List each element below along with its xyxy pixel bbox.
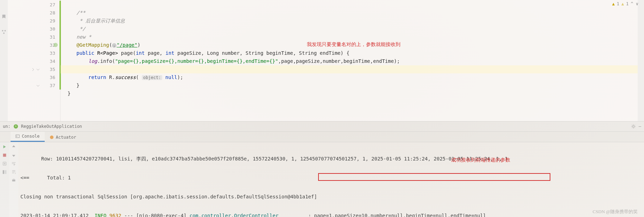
- soft-wrap-icon[interactable]: [11, 161, 16, 166]
- line-number: 28: [41, 9, 60, 17]
- javadoc-text: * 后台显示订单信息: [76, 18, 125, 24]
- warning-icon[interactable]: ▲: [612, 1, 614, 6]
- editor-left-gutter: [0, 0, 8, 121]
- run-config-name[interactable]: ReggieTakeOutApplication: [21, 124, 82, 129]
- svg-rect-8: [3, 154, 6, 157]
- line-number: 31: [41, 33, 60, 41]
- print-icon[interactable]: [11, 178, 16, 183]
- run-label: un:: [3, 124, 11, 129]
- tab-label: Console: [22, 134, 40, 139]
- annotation-note: 我发现只要变量名对的上，参数就能接收到: [307, 41, 400, 48]
- svg-rect-2: [3, 33, 5, 34]
- line-number: 34: [41, 57, 60, 65]
- inspection-bar[interactable]: ▲1 ▲1 ^ ∨: [612, 1, 638, 6]
- success-call: success: [115, 74, 136, 80]
- up-icon[interactable]: [11, 144, 16, 149]
- code-body[interactable]: /** * 后台显示订单信息 */ new * @GetMapping(⌄"/p…: [61, 0, 638, 121]
- console-tabs: Console Actuator: [0, 132, 644, 142]
- new-marker: new *: [76, 34, 91, 40]
- stop-icon[interactable]: [2, 153, 7, 158]
- svg-rect-10: [5, 170, 6, 174]
- gutter-url-icon[interactable]: [53, 42, 58, 47]
- keyword-public: public: [76, 50, 94, 56]
- log-info: .info(: [97, 58, 115, 64]
- mapping-url: "/page": [116, 42, 137, 48]
- close: );: [177, 74, 183, 80]
- svg-rect-1: [5, 30, 6, 32]
- line-number: 30: [41, 25, 60, 33]
- editor-scrollbar[interactable]: [638, 0, 644, 121]
- method-params: (int page, int pageSize, Long number, St…: [133, 50, 349, 56]
- weak-warning-count: 1: [626, 1, 629, 6]
- hide-panel[interactable]: —: [639, 124, 641, 129]
- log-args: ,page,pageSize,number,beginTime,endTime)…: [278, 58, 400, 64]
- javadoc-start: /**: [76, 10, 85, 15]
- line-number: 36: [41, 73, 60, 81]
- spring-boot-icon: [13, 124, 18, 129]
- chevron-down-icon[interactable]: [36, 68, 40, 71]
- log-format: "page={},pageSize={},number={},beginTime…: [115, 58, 278, 64]
- console-line: Closing non transactional SqlSession [or…: [20, 193, 642, 200]
- javadoc-end: */: [76, 26, 85, 32]
- code-editor[interactable]: 27 28 29 30 31 32 33 34 35 36 37 /** * 后…: [8, 0, 638, 121]
- svg-rect-0: [2, 30, 4, 32]
- console-run-gutter: [0, 142, 9, 217]
- highlighted-log-box: [318, 173, 550, 181]
- rerun-icon[interactable]: [2, 144, 7, 149]
- brace: }: [68, 91, 70, 96]
- down-icon[interactable]: [11, 153, 16, 158]
- keyword-return: return: [88, 74, 106, 80]
- line-number: 27: [41, 1, 60, 9]
- svg-rect-11: [12, 179, 15, 181]
- line-number: 33: [41, 49, 60, 57]
- exit-icon[interactable]: [2, 161, 7, 166]
- line-numbers: 27 28 29 30 31 32 33 34 35 36 37: [41, 0, 61, 121]
- nav-arrows[interactable]: ^ ∨: [631, 1, 638, 6]
- line-number: 35: [41, 65, 60, 73]
- tab-label: Actuator: [56, 135, 76, 140]
- annotation-icon: ⌄: [112, 43, 116, 48]
- param-hint: object:: [142, 75, 163, 80]
- gear-icon[interactable]: [631, 124, 636, 129]
- svg-point-7: [50, 136, 53, 139]
- success-note: 成功接收到前端传递的参数: [451, 157, 510, 163]
- svg-point-3: [53, 43, 58, 47]
- structure-icon[interactable]: [1, 29, 6, 34]
- return-type: R<Page>: [97, 50, 118, 56]
- layout-icon[interactable]: [2, 170, 7, 175]
- console-line: Row: 1010114574207270041, lisi, 李四, e10a…: [20, 155, 642, 163]
- line-number: 29: [41, 17, 60, 25]
- line-number: 37: [41, 81, 60, 90]
- console-line: 2023-01-14 21:09:17.412 INFO 9632 --- [n…: [20, 212, 642, 217]
- bookmark-icon[interactable]: [1, 14, 6, 19]
- log-field: log: [88, 58, 97, 64]
- actuator-icon: [50, 135, 54, 139]
- chevron-right-icon[interactable]: [31, 68, 35, 71]
- weak-warning-icon[interactable]: ▲: [621, 1, 624, 6]
- run-toolbar: un: ReggieTakeOutApplication —: [0, 121, 644, 132]
- tab-actuator[interactable]: Actuator: [45, 133, 81, 142]
- warning-count: 1: [617, 1, 619, 6]
- watermark: CSDN @随身携带的笑: [593, 209, 638, 215]
- method-name: page: [121, 50, 133, 56]
- null-literal: null: [165, 74, 177, 80]
- tab-console[interactable]: Console: [11, 132, 45, 142]
- svg-point-5: [632, 125, 634, 127]
- fold-column: [8, 0, 41, 121]
- console-icon: [15, 134, 20, 138]
- console-tools-gutter: [9, 142, 18, 217]
- console-output[interactable]: Row: 1010114574207270041, lisi, 李四, e10a…: [18, 142, 644, 217]
- chevron-down-icon[interactable]: [36, 84, 40, 87]
- svg-rect-12: [13, 179, 14, 180]
- return-expr: R.: [106, 74, 115, 80]
- current-line: [61, 65, 638, 73]
- scroll-end-icon[interactable]: [11, 170, 16, 175]
- annotation: @GetMapping: [76, 42, 109, 48]
- svg-rect-9: [3, 170, 4, 174]
- brace: }: [76, 83, 79, 88]
